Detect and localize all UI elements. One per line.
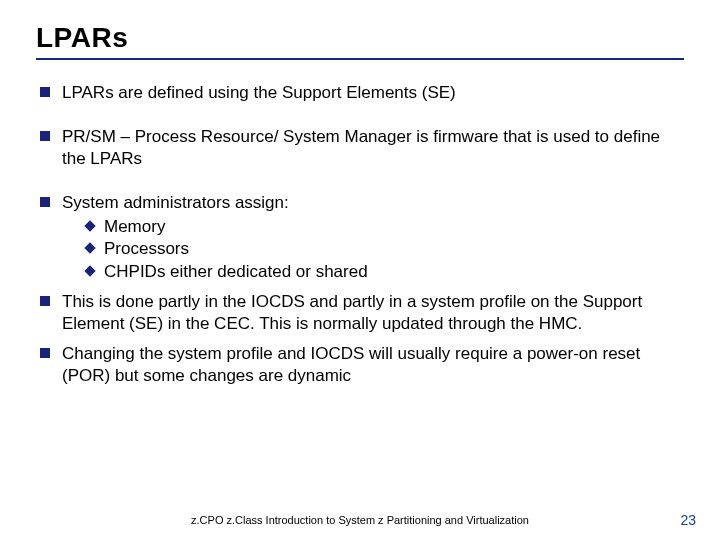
sub-text: Processors [104, 239, 189, 258]
slide: LPARs LPARs are defined using the Suppor… [0, 0, 720, 540]
bullet-text: LPARs are defined using the Support Elem… [62, 83, 456, 102]
sub-item: Processors [84, 238, 684, 260]
slide-title: LPARs [36, 22, 684, 54]
sub-item: CHPIDs either dedicated or shared [84, 261, 684, 283]
bullet-list: LPARs are defined using the Support Elem… [36, 82, 684, 387]
bullet-item: This is done partly in the IOCDS and par… [36, 291, 684, 335]
sub-text: CHPIDs either dedicated or shared [104, 262, 368, 281]
sub-list: Memory Processors CHPIDs either dedicate… [62, 216, 684, 282]
bullet-item: System administrators assign: Memory Pro… [36, 192, 684, 282]
title-underline [36, 58, 684, 60]
bullet-text: PR/SM – Process Resource/ System Manager… [62, 127, 660, 168]
bullet-text: Changing the system profile and IOCDS wi… [62, 344, 640, 385]
bullet-item: LPARs are defined using the Support Elem… [36, 82, 684, 104]
sub-text: Memory [104, 217, 165, 236]
bullet-text: This is done partly in the IOCDS and par… [62, 292, 642, 333]
page-number: 23 [680, 512, 696, 528]
bullet-item: PR/SM – Process Resource/ System Manager… [36, 126, 684, 170]
bullet-text: System administrators assign: [62, 193, 289, 212]
bullet-item: Changing the system profile and IOCDS wi… [36, 343, 684, 387]
sub-item: Memory [84, 216, 684, 238]
footer-text: z.CPO z.Class Introduction to System z P… [0, 514, 720, 526]
